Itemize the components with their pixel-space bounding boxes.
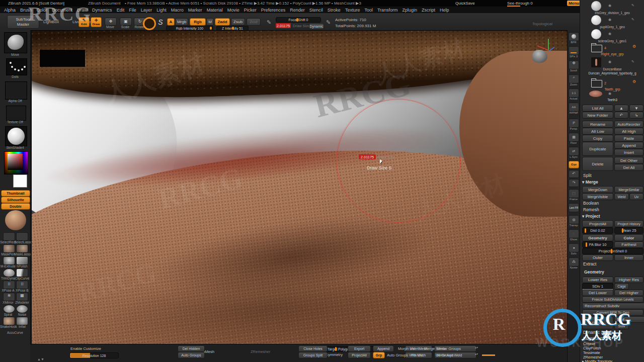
visibility-eye-icon[interactable]: ◉ [608, 60, 611, 64]
brush-selectrect[interactable] [3, 232, 15, 241]
folder-gear-icon[interactable]: ⚙ [632, 79, 636, 84]
brush-masklasso[interactable] [16, 244, 28, 253]
boolean-section[interactable]: Boolean [583, 201, 599, 206]
menu-movie[interactable]: Movie [227, 8, 239, 13]
polypaint-brush-icon[interactable]: ✎ [631, 18, 634, 22]
menu-zscript[interactable]: Zscript [422, 8, 435, 13]
project-geometry-toggle[interactable]: Geometry [582, 234, 613, 241]
merge-similar-groups-label-button[interactable]: Merge Similar Groups [424, 346, 461, 351]
mrgb-toggle[interactable]: Mrgb [175, 18, 188, 26]
subtool-down-button[interactable]: ▼ [629, 105, 643, 112]
visibility-eye-icon[interactable]: ◉ [608, 32, 611, 36]
menu-texture[interactable]: Texture [345, 8, 360, 13]
menu-file[interactable]: File [129, 8, 136, 13]
brush-clipcurve[interactable] [16, 268, 28, 277]
focal-shift-slider[interactable]: Focal Shift 0 [276, 17, 321, 23]
brush-spiral[interactable] [3, 305, 15, 313]
resolution-slider[interactable]: Resolution 128 [69, 352, 119, 358]
auto-groups-uv-label-button[interactable]: Auto Groups With UV [387, 353, 423, 357]
subtool-up-button[interactable]: ▲ [614, 105, 628, 112]
subtool-row-right-eye-grp[interactable]: 4 Right_eye_grp ⚙ [582, 43, 642, 56]
menu-marker[interactable]: Marker [188, 8, 202, 13]
auto-groups-button[interactable]: Auto Groups [178, 352, 205, 358]
append-button[interactable]: Append [614, 142, 643, 149]
subtool-row-duncanbase[interactable]: DuncanBase ◉ ✎ [582, 57, 642, 70]
modify-topology-section[interactable]: ▸ Modify Topology [582, 359, 612, 362]
preview-sphere[interactable] [5, 210, 26, 230]
current-color-swatch[interactable] [13, 174, 27, 188]
menu-help[interactable]: Help [440, 8, 449, 13]
subtool-row-sclera[interactable]: scleraGrey_1_geo1 ◉ [582, 29, 642, 42]
subtool-row-iris[interactable]: irisGrey_division_1_geo ◉ ✎ [582, 1, 642, 14]
subtool-row-head-typebody[interactable]: Duncan_AsymHead_typebody_g [582, 71, 642, 77]
silhouette-toggle[interactable]: Silhouette [1, 197, 30, 203]
bpr-button[interactable] [569, 32, 579, 41]
floor-button[interactable]: ▦ [569, 133, 579, 142]
menu-draw[interactable]: Draw [77, 8, 88, 13]
extract-section[interactable]: Extract [583, 261, 596, 266]
split-section[interactable]: Split [583, 173, 592, 178]
menu-brush[interactable]: Brush [20, 8, 32, 13]
menu-edit[interactable]: Edit [117, 8, 125, 13]
freeze-subdiv-button[interactable]: Freeze SubDivision Levels [582, 296, 643, 303]
menu-render[interactable]: Render [290, 8, 305, 13]
double-toggle[interactable]: Double [1, 203, 30, 210]
persp-button[interactable]: P [569, 119, 579, 128]
dist-thumb[interactable] [585, 228, 586, 233]
target-polygons-thumb[interactable] [335, 347, 337, 351]
subtool-row-teeth-grp[interactable]: 2 Teeth_grp ⚙ [582, 78, 642, 92]
inner-button[interactable]: Inner [614, 254, 643, 261]
draw-mode-button[interactable]: ✛Draw [91, 17, 102, 27]
divide-button[interactable]: Divide [582, 316, 613, 329]
projection-shell-slider[interactable]: ProjectionShell 0 [582, 248, 643, 254]
lower-res-button[interactable]: Lower Res [582, 277, 613, 283]
color-picker-inner[interactable] [8, 154, 23, 170]
crease-section[interactable]: Crease [583, 341, 595, 346]
actual-button[interactable]: 1:1 [569, 88, 579, 98]
visibility-eye-icon[interactable]: ◉ [608, 18, 611, 22]
aahalf-button[interactable]: AA [569, 103, 579, 112]
mean-slider[interactable]: Mean 25 [614, 227, 643, 234]
folder-move-down-button[interactable]: ↳ [629, 112, 643, 119]
brush-mextrude[interactable] [3, 256, 15, 265]
menu-light[interactable]: Light [156, 8, 167, 13]
reconstruct-subdiv-button[interactable]: Reconstruct Subdiv [582, 303, 644, 309]
menu-material[interactable]: Material [207, 8, 223, 13]
groups-split-button[interactable]: Groups Split [298, 352, 328, 358]
transp-button[interactable]: ◍ [569, 215, 579, 224]
pen-pressure-icon[interactable]: ✎ [267, 19, 271, 26]
lastfr-button[interactable]: Last FR [569, 203, 579, 212]
del-hidden-button[interactable]: Del Hidden [178, 345, 205, 352]
ghost-button[interactable]: ◌ [569, 229, 579, 238]
geometry-section[interactable]: Geometry [584, 269, 604, 275]
menu-dynamics[interactable]: Dynamics [92, 8, 112, 13]
polypaint-brush-icon[interactable]: ✎ [631, 4, 634, 8]
convert-bpr-button[interactable]: Convert BPR To Geo [582, 309, 643, 316]
menu-color[interactable]: Color [37, 8, 48, 13]
brush-inflat[interactable] [16, 317, 28, 325]
uv-button[interactable]: Uv [629, 193, 643, 200]
brush-snakehook[interactable] [3, 317, 15, 325]
weld-button[interactable]: Weld [614, 193, 629, 200]
projection-shell-thumb[interactable] [611, 249, 612, 253]
higher-res-button[interactable]: Higher Res [614, 277, 643, 283]
project-color-toggle[interactable]: Color [614, 234, 643, 241]
alpha-thumbnail[interactable] [5, 81, 27, 100]
insert-button[interactable]: Insert [614, 149, 643, 156]
brush-selectlasso[interactable] [16, 232, 28, 241]
menu-tool[interactable]: Tool [364, 8, 373, 13]
sdiv-slider[interactable]: SDiv 1 [582, 283, 613, 290]
subtool-row-pupil[interactable]: pupilGrey_1_geo ◉ ✎ [582, 15, 642, 28]
farthest-button[interactable]: Farthest [614, 241, 643, 248]
brush-thumbnail[interactable] [4, 32, 27, 53]
thumbnail-toggle[interactable]: Thumbnail [1, 190, 30, 197]
material-thumbnail[interactable] [5, 126, 27, 146]
append-bottom-button[interactable]: Append [373, 345, 394, 352]
new-folder-button[interactable]: New Folder [582, 112, 613, 119]
tray-resize-handle[interactable]: ▲▼ [37, 357, 44, 361]
menu-stroke[interactable]: Stroke [328, 8, 341, 13]
all-high-button[interactable]: All High [614, 128, 643, 135]
mirror-weld-spinner-icon[interactable]: ▴▾ [475, 352, 478, 355]
redo-button[interactable]: ↷ [569, 179, 579, 187]
brush-noise[interactable] [16, 305, 28, 313]
